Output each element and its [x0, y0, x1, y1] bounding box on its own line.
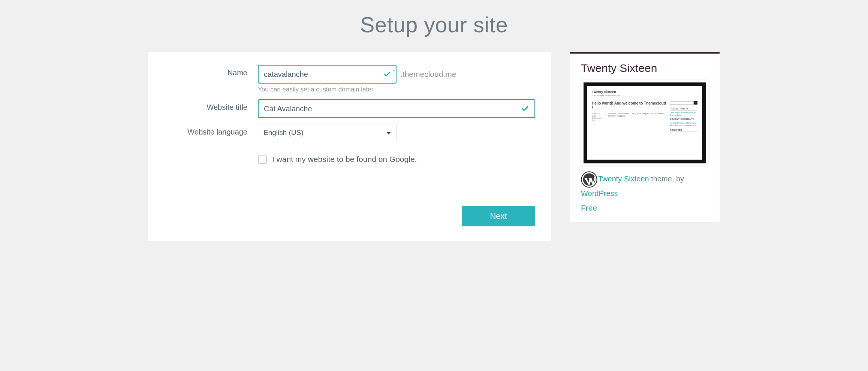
- sparkle-icon: ✦˙: [392, 68, 397, 73]
- preview-section-recent-posts: RECENT POSTS: [670, 108, 697, 111]
- theme-preview-card: Twenty Sixteen Twenty Sixteen Just anoth…: [570, 52, 720, 222]
- page-title: Setup your site: [148, 0, 720, 52]
- theme-credit-middle: theme, by: [649, 175, 684, 183]
- theme-thumbnail: Twenty Sixteen Just another WordPress si…: [581, 80, 708, 166]
- wordpress-logo-icon: [581, 171, 597, 188]
- preview-post-date: March 10, 2015: [592, 112, 605, 117]
- checkmark-icon: [521, 105, 529, 113]
- name-hint: You can easily set a custom domain later…: [258, 86, 535, 93]
- label-name: Name: [164, 65, 258, 77]
- setup-form-card: Name ✦˙ .themecloud.me You can easily se…: [148, 52, 551, 241]
- label-website-title: Website title: [164, 99, 258, 112]
- google-index-label: I want my website to be found on Google.: [272, 155, 417, 164]
- preview-recent-comment-link: Mr WordPress on Hello world! And welcome…: [670, 122, 697, 127]
- preview-tagline: Just another WordPress site: [592, 94, 697, 97]
- preview-post-body: Welcome to WordPress. This is your first…: [608, 112, 667, 121]
- preview-section-recent-comments: RECENT COMMENTS: [670, 118, 697, 121]
- preview-site-title: Twenty Sixteen: [592, 90, 697, 94]
- website-language-value: English (US): [258, 124, 396, 141]
- label-website-language: Website language: [164, 124, 258, 136]
- theme-price: Free: [581, 203, 708, 212]
- chevron-down-icon: [386, 132, 391, 135]
- preview-search-box: [670, 101, 694, 105]
- website-title-input[interactable]: [258, 99, 535, 118]
- next-button[interactable]: Next: [462, 206, 535, 226]
- theme-name-link[interactable]: Twenty Sixteen: [598, 175, 649, 183]
- checkmark-icon: [383, 70, 391, 78]
- theme-credit: Twenty Sixteen theme, by WordPress: [581, 171, 708, 199]
- preview-post-edit: Edit: [592, 119, 605, 121]
- site-name-input[interactable]: [258, 65, 397, 84]
- preview-recent-post-link: Hello world! And welcome to Themecloud !: [670, 111, 697, 117]
- preview-post-heading: Hello world! And welcome to Themecloud !: [592, 101, 667, 110]
- theme-author-link[interactable]: WordPress: [581, 189, 618, 197]
- theme-title: Twenty Sixteen: [581, 62, 708, 75]
- website-language-select[interactable]: English (US): [258, 124, 397, 141]
- preview-section-archives: ARCHIVES: [670, 129, 697, 132]
- google-index-checkbox[interactable]: [258, 155, 267, 164]
- domain-suffix: .themecloud.me: [400, 65, 456, 84]
- preview-search-button: [694, 101, 697, 105]
